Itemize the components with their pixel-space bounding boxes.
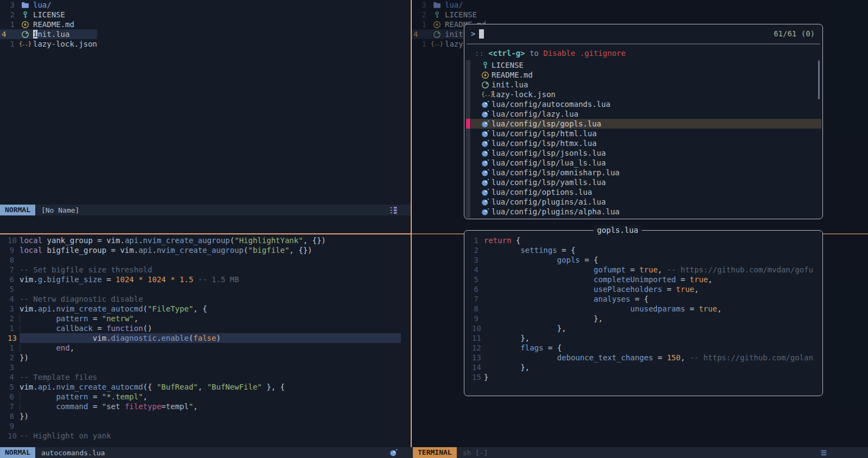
- code-text: -- Set bigfile size threshold: [20, 265, 401, 275]
- code-line[interactable]: 5vim.api.nvim_create_autocmd({ "BufRead"…: [0, 382, 411, 392]
- lua-icon: [481, 110, 489, 118]
- code-text: command = "set filetype=templ",: [20, 402, 401, 411]
- token: .: [152, 246, 156, 255]
- code-line[interactable]: 3 gopls = {: [464, 255, 822, 265]
- picker-item[interactable]: lua/config/lsp/omnisharp.lua: [471, 168, 821, 177]
- token: "BufNewFile": [207, 383, 262, 391]
- file-tree-window-left[interactable]: 3lua/2LICENSE1README.md4init.lua1{..}laz…: [0, 0, 411, 205]
- code-line[interactable]: 5: [0, 284, 411, 294]
- code-window[interactable]: 10local yank_group = vim.api.nvim_create…: [0, 234, 411, 447]
- picker-item[interactable]: LICENSE: [471, 60, 821, 70]
- token: [484, 246, 520, 255]
- picker-item-label: lua/config/lsp/gopls.lua: [492, 119, 601, 129]
- code-line[interactable]: 4-- Template files: [0, 372, 411, 382]
- picker-item[interactable]: README.md: [471, 70, 821, 80]
- code-line[interactable]: 6 usePlaceholders = true,: [464, 284, 822, 294]
- code-line[interactable]: 2}): [0, 353, 411, 362]
- code-line[interactable]: 6 pattern = "*.templ",: [0, 392, 411, 402]
- code-line[interactable]: 1 callback = function(): [0, 323, 411, 333]
- code-line[interactable]: 12 flags = {: [464, 343, 822, 353]
- file-name: lua/: [33, 0, 52, 10]
- token: nvim_create_autocmd: [56, 304, 143, 313]
- code-line[interactable]: 7 command = "set filetype=templ",: [0, 402, 411, 411]
- picker-item[interactable]: lua/config/options.lua: [471, 187, 821, 197]
- token: local: [20, 246, 42, 255]
- picker-item[interactable]: lua/config/plugins/alpha.lua: [471, 207, 821, 217]
- picker-item[interactable]: init.lua: [471, 80, 821, 90]
- code-line[interactable]: 7-- Set bigfile size threshold: [0, 265, 411, 275]
- code-buffer: 10local yank_group = vim.api.nvim_create…: [0, 236, 411, 441]
- indent-guide: [20, 403, 20, 410]
- token: enable: [161, 334, 189, 342]
- code-line[interactable]: 1return {: [464, 236, 822, 245]
- line-number: 3: [464, 255, 478, 265]
- picker-item[interactable]: lua/config/lsp/gopls.lua: [471, 119, 821, 129]
- code-line[interactable]: 6vim.g.bigfile_size = 1024 * 1024 * 1.5 …: [0, 275, 411, 284]
- code-line[interactable]: 10 },: [464, 323, 822, 333]
- code-text: local yank_group = vim.api.nvim_create_a…: [20, 236, 401, 245]
- picker-item[interactable]: lua/config/lsp/jsonls.lua: [471, 148, 821, 158]
- code-line[interactable]: 9local bigfile_group = vim.api.nvim_crea…: [0, 245, 411, 255]
- code-line[interactable]: 3: [0, 362, 411, 372]
- token: }): [20, 412, 29, 421]
- picker-item[interactable]: lua/config/lsp/htmx.lua: [471, 138, 821, 148]
- license-icon: [481, 61, 489, 69]
- code-line[interactable]: 14 },: [464, 362, 822, 372]
- code-line[interactable]: 11 },: [464, 333, 822, 343]
- tree-row[interactable]: 1README.md: [0, 20, 97, 29]
- tree-row[interactable]: 4init.lua: [0, 29, 97, 39]
- token: vim.: [20, 383, 38, 391]
- code-line[interactable]: 9: [0, 421, 411, 431]
- token: -- https://github.com/golang/: [690, 353, 813, 362]
- code-text: pattern = "*.templ",: [20, 392, 401, 402]
- tree-row[interactable]: 1{..}lazy-lock.json: [0, 39, 97, 49]
- token: [484, 265, 593, 274]
- code-line[interactable]: 4-- Netrw diagnostic disable: [0, 294, 411, 304]
- code-line[interactable]: 10-- Highlight on yank: [0, 431, 411, 441]
- picker-item[interactable]: lua/config/lsp/lua_ls.lua: [471, 158, 821, 168]
- code-line[interactable]: 8: [0, 255, 411, 265]
- picker-item[interactable]: {..}lazy-lock.json: [471, 90, 821, 99]
- token: function: [106, 324, 143, 333]
- picker-prompt-row[interactable]: > 61/61 (0): [464, 24, 822, 43]
- code-line[interactable]: 15}: [464, 372, 822, 382]
- token: },: [484, 324, 566, 333]
- token: .: [138, 236, 143, 245]
- code-line[interactable]: 2 settings = {: [464, 245, 822, 255]
- picker-item[interactable]: lua/config/plugins/ai.lua: [471, 197, 821, 207]
- picker-item[interactable]: lua/config/autocomands.lua: [471, 99, 821, 109]
- code-line[interactable]: 1 end,: [0, 343, 411, 353]
- statusline-filetree: NORMAL [No Name]: [0, 205, 411, 215]
- tree-row[interactable]: 2LICENSE: [0, 10, 97, 20]
- code-text: }): [20, 353, 401, 362]
- code-line[interactable]: 5 completeUnimported = true,: [464, 275, 822, 284]
- code-line[interactable]: 8 unusedparams = true,: [464, 304, 822, 314]
- picker-scrollbar[interactable]: [818, 60, 820, 99]
- line-number: 5: [0, 382, 14, 392]
- picker-item[interactable]: lua/config/lsp/html.lua: [471, 129, 821, 138]
- code-text: -- Template files: [20, 372, 401, 382]
- readme-icon: [21, 21, 29, 29]
- code-line[interactable]: 2 pattern = "netrw",: [0, 314, 411, 323]
- code-line[interactable]: 4 gofumpt = true, -- https://github.com/…: [464, 265, 822, 275]
- token: = {: [630, 295, 649, 303]
- code-line[interactable]: 7 analyses = {: [464, 294, 822, 304]
- code-line[interactable]: 10local yank_group = vim.api.nvim_create…: [0, 236, 411, 245]
- code-text: },: [484, 333, 813, 343]
- code-line[interactable]: 13 debounce_text_changes = 150, -- https…: [464, 353, 822, 362]
- indent-guide: [20, 325, 20, 332]
- filetree-icon: [390, 206, 398, 214]
- token: [20, 392, 56, 401]
- token: pattern: [56, 314, 88, 323]
- code-line[interactable]: 8}): [0, 411, 411, 421]
- code-line[interactable]: 9 },: [464, 314, 822, 323]
- picker-item[interactable]: lua/config/lazy.lua: [471, 109, 821, 119]
- line-number: 5: [464, 275, 478, 284]
- code-line[interactable]: 13 vim.diagnostic.enable(false): [0, 333, 411, 343]
- token: gofumpt: [593, 265, 626, 274]
- code-line[interactable]: 3vim.api.nvim_create_autocmd("FileType",…: [0, 304, 411, 314]
- picker-item-label: init.lua: [492, 80, 528, 90]
- picker-item[interactable]: lua/config/lsp/yamlls.lua: [471, 177, 821, 187]
- token: -- https://github.com/mvdan/gofump: [667, 265, 813, 274]
- tree-row[interactable]: 3lua/: [0, 0, 97, 10]
